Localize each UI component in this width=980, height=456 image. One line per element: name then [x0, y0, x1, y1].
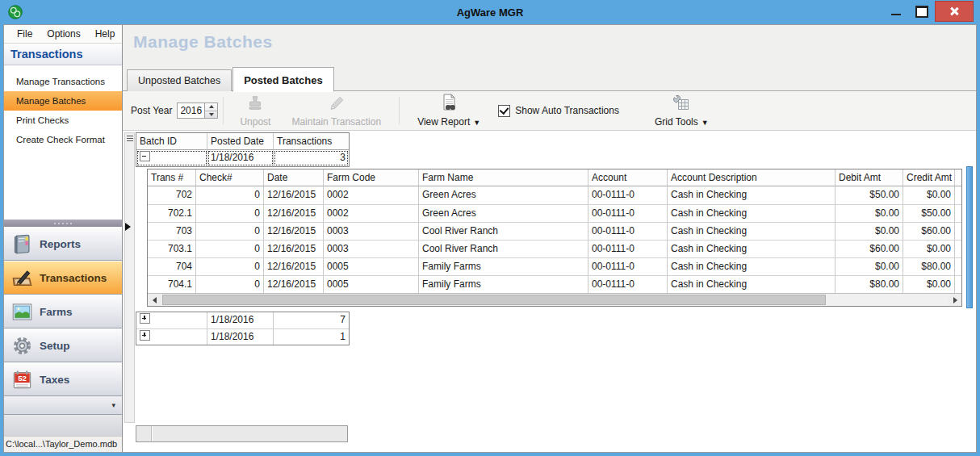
batch-id-cell[interactable]: [136, 150, 207, 166]
transaction-cell[interactable]: 0002: [324, 186, 419, 204]
transaction-cell[interactable]: 702.1: [148, 204, 196, 222]
sidebar-item-manage-batches[interactable]: Manage Batches: [4, 91, 122, 111]
scroll-right-button[interactable]: [949, 294, 961, 306]
transaction-cell[interactable]: 12/16/2015: [264, 204, 324, 222]
transaction-cell[interactable]: 704: [148, 257, 196, 275]
transaction-cell[interactable]: 12/16/2015: [264, 240, 324, 257]
sidebar-button-reports[interactable]: Reports: [4, 227, 122, 261]
transaction-cell[interactable]: $60.00: [903, 222, 955, 240]
transaction-row[interactable]: 704.1012/16/20150005Family Farms00-0111-…: [148, 275, 961, 293]
transaction-cell[interactable]: 0: [196, 240, 264, 257]
batch-row[interactable]: 1/18/20167: [136, 312, 349, 328]
posted-date-cell[interactable]: 1/18/2016: [207, 328, 274, 345]
column-header-farm-code[interactable]: Farm Code: [324, 169, 419, 186]
transaction-cell[interactable]: Cool River Ranch: [419, 240, 588, 257]
transaction-cell[interactable]: Green Acres: [419, 204, 588, 222]
column-header-check-[interactable]: Check#: [196, 169, 264, 186]
transaction-cell[interactable]: $60.00: [836, 240, 903, 257]
column-header-batch-id[interactable]: Batch ID: [136, 133, 207, 150]
batch-row[interactable]: 1/18/20163: [136, 150, 349, 166]
transaction-cell[interactable]: 00-0111-0: [588, 275, 668, 293]
transaction-cell[interactable]: 00-0111-0: [588, 204, 668, 222]
transaction-cell[interactable]: 702: [148, 186, 196, 204]
transaction-row[interactable]: 703.1012/16/20150003Cool River Ranch00-0…: [148, 240, 961, 257]
sidebar-button-taxes[interactable]: 52Taxes: [4, 362, 122, 396]
transaction-cell[interactable]: $80.00: [903, 257, 955, 275]
column-header-account[interactable]: Account: [588, 169, 668, 186]
sidebar-button-setup[interactable]: Setup: [4, 328, 122, 362]
transaction-cell[interactable]: $0.00: [836, 204, 903, 222]
expand-row-icon[interactable]: [140, 313, 150, 324]
transaction-cell[interactable]: Cool River Ranch: [419, 222, 588, 240]
transaction-cell[interactable]: $50.00: [903, 204, 955, 222]
transaction-cell[interactable]: 00-0111-0: [588, 257, 668, 275]
transactions-count-cell[interactable]: 1: [274, 328, 349, 345]
transactions-count-cell[interactable]: 7: [274, 312, 349, 328]
transaction-cell[interactable]: $0.00: [903, 240, 955, 257]
spin-up-button[interactable]: [205, 103, 217, 111]
transaction-cell[interactable]: $0.00: [903, 186, 955, 204]
expand-row-icon[interactable]: [140, 330, 150, 341]
transaction-cell[interactable]: 12/16/2015: [264, 186, 324, 204]
transaction-cell[interactable]: 00-0111-0: [588, 222, 668, 240]
transaction-cell[interactable]: Cash in Checking: [668, 240, 836, 257]
detail-horizontal-scrollbar[interactable]: [148, 293, 961, 306]
minimize-button[interactable]: [883, 2, 909, 21]
collapse-row-icon[interactable]: [140, 151, 150, 161]
sidebar-button-farms[interactable]: Farms: [4, 295, 122, 328]
menu-help[interactable]: Help: [89, 27, 122, 41]
transaction-cell[interactable]: Family Farms: [419, 257, 588, 275]
transactions-count-cell[interactable]: 3: [274, 150, 349, 166]
transaction-row[interactable]: 702.1012/16/20150002Green Acres00-0111-0…: [148, 204, 961, 222]
maintain-transaction-button[interactable]: Maintain Transaction: [285, 94, 387, 128]
transaction-cell[interactable]: 0005: [324, 275, 419, 293]
transaction-cell[interactable]: 00-0111-0: [588, 240, 668, 257]
transaction-cell[interactable]: 703: [148, 222, 196, 240]
column-header-credit-amt[interactable]: Credit Amt: [903, 169, 955, 186]
transaction-cell[interactable]: Cash in Checking: [668, 257, 836, 275]
transaction-cell[interactable]: 12/16/2015: [264, 257, 324, 275]
transaction-cell[interactable]: Cash in Checking: [668, 204, 836, 222]
transaction-cell[interactable]: $50.00: [836, 186, 903, 204]
transaction-cell[interactable]: Family Farms: [419, 275, 588, 293]
transaction-cell[interactable]: $0.00: [836, 257, 903, 275]
transaction-cell[interactable]: 0: [196, 275, 264, 293]
transaction-cell[interactable]: Cash in Checking: [668, 186, 836, 204]
transaction-cell[interactable]: 12/16/2015: [264, 222, 324, 240]
transaction-cell[interactable]: 0002: [324, 204, 419, 222]
transaction-row[interactable]: 702012/16/20150002Green Acres00-0111-0Ca…: [148, 186, 961, 204]
spin-down-button[interactable]: [205, 111, 217, 119]
menu-options[interactable]: Options: [40, 27, 86, 41]
grid-tools-button[interactable]: Grid Tools▼: [648, 94, 715, 128]
tab-posted-batches[interactable]: Posted Batches: [232, 67, 334, 92]
sidebar-item-create-check-format[interactable]: Create Check Format: [4, 130, 122, 149]
transaction-cell[interactable]: 0003: [324, 240, 419, 257]
unpost-button[interactable]: Unpost: [233, 94, 277, 128]
main-horizontal-scrollbar[interactable]: [136, 425, 348, 442]
sidebar-item-print-checks[interactable]: Print Checks: [4, 111, 122, 130]
transaction-cell[interactable]: Cash in Checking: [668, 222, 836, 240]
transaction-cell[interactable]: Green Acres: [419, 186, 588, 204]
posted-date-cell[interactable]: 1/18/2016: [207, 312, 274, 328]
transaction-cell[interactable]: 0: [196, 257, 264, 275]
column-header-trans-[interactable]: Trans #: [148, 169, 196, 186]
close-button[interactable]: [935, 1, 974, 22]
sidebar-collapse-bar[interactable]: ▾: [4, 396, 122, 415]
scrollbar-left-button[interactable]: [136, 426, 152, 441]
sidebar-splitter-handle[interactable]: [4, 220, 122, 227]
batch-id-cell[interactable]: [136, 312, 207, 328]
scrollbar-thumb[interactable]: [152, 426, 347, 441]
maximize-button[interactable]: [909, 2, 935, 21]
menu-file[interactable]: File: [10, 27, 39, 41]
transaction-cell[interactable]: Cash in Checking: [668, 275, 836, 293]
transaction-row[interactable]: 704012/16/20150005Family Farms00-0111-0C…: [148, 257, 961, 275]
scroll-left-button[interactable]: [148, 294, 161, 306]
transaction-cell[interactable]: 0005: [324, 257, 419, 275]
posted-date-cell[interactable]: 1/18/2016: [207, 150, 274, 166]
transaction-cell[interactable]: $80.00: [836, 275, 903, 293]
column-header-posted-date[interactable]: Posted Date: [207, 133, 274, 150]
column-header-debit-amt[interactable]: Debit Amt: [836, 169, 903, 186]
sidebar-item-manage-transactions[interactable]: Manage Transactions: [4, 72, 122, 91]
post-year-input[interactable]: 2016: [177, 102, 204, 119]
transaction-cell[interactable]: 703.1: [148, 240, 196, 257]
